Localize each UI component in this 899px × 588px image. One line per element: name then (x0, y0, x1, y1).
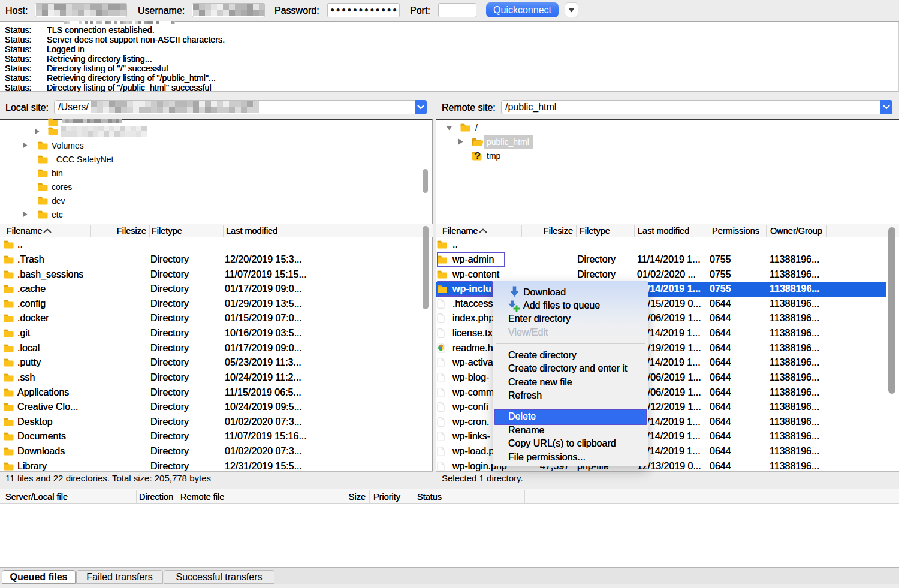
svg-text:?: ? (475, 150, 481, 161)
